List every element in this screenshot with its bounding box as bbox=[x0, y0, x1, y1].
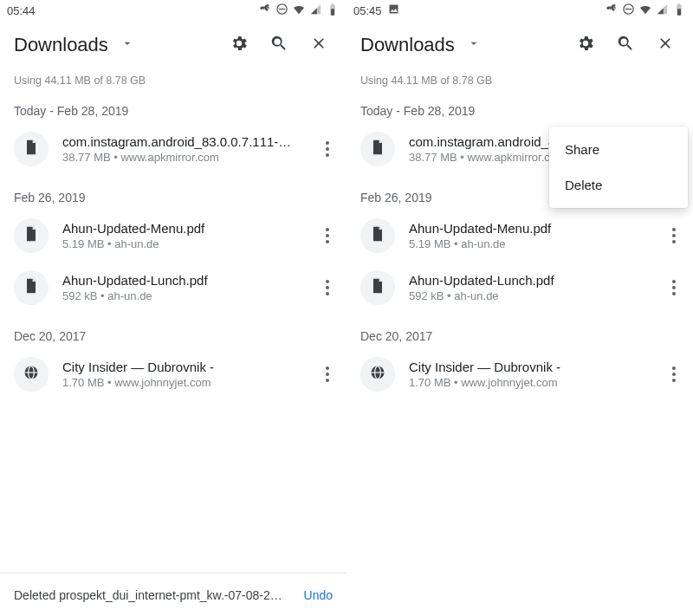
cell-signal-icon bbox=[309, 3, 322, 18]
page-title: Downloads bbox=[14, 34, 108, 56]
more-options-button[interactable] bbox=[657, 357, 691, 392]
file-meta: 1.70 MB • www.johnnyjet.com bbox=[62, 376, 296, 389]
search-icon bbox=[616, 34, 635, 56]
file-icon bbox=[23, 139, 40, 159]
more-options-button[interactable] bbox=[657, 218, 691, 253]
file-icon-wrap bbox=[14, 270, 49, 305]
date-section-header: Dec 20, 2017 bbox=[0, 314, 346, 348]
date-section-header: Dec 20, 2017 bbox=[346, 314, 693, 348]
file-row[interactable]: City Insider — Dubrovnik -1.70 MB • www.… bbox=[0, 348, 346, 400]
file-row[interactable]: Ahun-Updated-Menu.pdf5.19 MB • ah-un.de bbox=[346, 210, 693, 262]
more-options-button[interactable] bbox=[310, 357, 345, 392]
date-section-header: Feb 26, 2019 bbox=[0, 175, 346, 210]
more-vert-icon bbox=[672, 280, 676, 295]
more-options-button[interactable] bbox=[310, 218, 345, 253]
more-vert-icon bbox=[326, 141, 329, 157]
file-icon-wrap bbox=[360, 218, 395, 253]
close-button[interactable] bbox=[301, 28, 336, 62]
file-meta: 5.19 MB • ah-un.de bbox=[409, 237, 643, 250]
chevron-down-icon bbox=[467, 36, 481, 54]
screen-1: 05:44DownloadsUsing 44.11 MB of 8.78 GBT… bbox=[0, 0, 346, 616]
more-vert-icon bbox=[326, 366, 329, 382]
file-name: Ahun-Updated-Lunch.pdf bbox=[62, 273, 296, 288]
gear-icon bbox=[576, 34, 595, 56]
file-icon bbox=[369, 225, 386, 246]
settings-button[interactable] bbox=[568, 28, 603, 62]
file-meta: 1.70 MB • www.johnnyjet.com bbox=[409, 376, 643, 389]
file-meta: 38.77 MB • www.apkmirror.com bbox=[62, 151, 296, 164]
file-name: com.instagram.android_83.0.0.7.111-… bbox=[62, 134, 296, 149]
file-name: Ahun-Updated-Menu.pdf bbox=[62, 221, 296, 236]
image-notification-icon bbox=[387, 3, 400, 18]
file-icon-wrap bbox=[14, 218, 49, 253]
storage-usage: Using 44.11 MB of 8.78 GB bbox=[0, 69, 346, 88]
screen-2: 05:45DownloadsUsing 44.11 MB of 8.78 GBT… bbox=[346, 0, 693, 616]
file-icon-wrap bbox=[14, 357, 49, 392]
chevron-down-icon bbox=[120, 36, 134, 54]
file-icon-wrap bbox=[360, 132, 395, 166]
context-menu-item[interactable]: Share bbox=[549, 132, 688, 167]
vpn-key-icon bbox=[259, 3, 272, 18]
file-meta: 5.19 MB • ah-un.de bbox=[62, 237, 296, 250]
battery-icon bbox=[326, 3, 340, 19]
more-options-button[interactable] bbox=[657, 270, 691, 305]
cell-signal-icon bbox=[656, 3, 669, 18]
close-button[interactable] bbox=[648, 28, 683, 62]
globe-icon bbox=[23, 364, 40, 385]
file-name: City Insider — Dubrovnik - bbox=[62, 360, 296, 374]
toolbar: Downloads bbox=[0, 21, 346, 69]
title-dropdown[interactable]: Downloads bbox=[14, 34, 222, 56]
status-icons bbox=[606, 3, 686, 19]
status-time: 05:44 bbox=[7, 4, 36, 17]
file-name: Ahun-Updated-Menu.pdf bbox=[409, 221, 643, 236]
file-row[interactable]: Ahun-Updated-Lunch.pdf592 kB • ah-un.de bbox=[346, 262, 693, 314]
file-icon-wrap bbox=[360, 357, 395, 392]
status-icons bbox=[259, 3, 340, 19]
snackbar: Deleted prospekt_dui_internet-pmt_kw.-07… bbox=[0, 574, 346, 616]
close-icon bbox=[310, 35, 327, 55]
more-options-button[interactable] bbox=[310, 132, 345, 166]
status-bar: 05:44 bbox=[0, 0, 346, 21]
file-icon bbox=[23, 225, 40, 246]
file-name: City Insider — Dubrovnik - bbox=[409, 360, 643, 374]
toolbar: Downloads bbox=[346, 21, 693, 69]
status-bar: 05:45 bbox=[346, 0, 693, 21]
page-title: Downloads bbox=[360, 34, 455, 56]
wifi-icon bbox=[638, 3, 652, 19]
file-icon bbox=[369, 277, 386, 298]
vpn-key-icon bbox=[606, 3, 619, 18]
file-icon bbox=[369, 139, 386, 159]
wifi-icon bbox=[292, 3, 306, 19]
date-section-header: Today - Feb 28, 2019 bbox=[346, 88, 693, 123]
more-vert-icon bbox=[326, 280, 329, 295]
file-name: Ahun-Updated-Lunch.pdf bbox=[409, 273, 643, 288]
search-button[interactable] bbox=[262, 28, 296, 62]
file-meta: 592 kB • ah-un.de bbox=[62, 289, 296, 302]
do-not-disturb-icon bbox=[275, 3, 288, 18]
file-row[interactable]: Ahun-Updated-Menu.pdf5.19 MB • ah-un.de bbox=[0, 210, 346, 262]
more-vert-icon bbox=[672, 228, 676, 243]
file-meta: 592 kB • ah-un.de bbox=[409, 289, 643, 302]
battery-icon bbox=[672, 3, 686, 19]
file-row[interactable]: Ahun-Updated-Lunch.pdf592 kB • ah-un.de bbox=[0, 262, 346, 314]
file-icon-wrap bbox=[14, 132, 49, 166]
file-icon-wrap bbox=[360, 270, 395, 305]
gear-icon bbox=[230, 34, 249, 56]
date-section-header: Today - Feb 28, 2019 bbox=[0, 88, 346, 123]
file-row[interactable]: com.instagram.android_83.0.0.7.111-…38.7… bbox=[0, 123, 346, 175]
title-dropdown[interactable]: Downloads bbox=[360, 34, 568, 56]
context-menu-item[interactable]: Delete bbox=[549, 167, 688, 203]
more-options-button[interactable] bbox=[310, 270, 345, 305]
search-icon bbox=[269, 34, 288, 56]
close-icon bbox=[657, 35, 674, 55]
globe-icon bbox=[369, 364, 386, 385]
file-icon bbox=[23, 277, 40, 298]
more-vert-icon bbox=[326, 228, 329, 243]
search-button[interactable] bbox=[608, 28, 643, 62]
undo-button[interactable]: Undo bbox=[304, 588, 333, 602]
file-row[interactable]: City Insider — Dubrovnik -1.70 MB • www.… bbox=[346, 348, 693, 400]
context-menu: ShareDelete bbox=[549, 126, 688, 208]
snackbar-text: Deleted prospekt_dui_internet-pmt_kw.-07… bbox=[14, 588, 294, 602]
do-not-disturb-icon bbox=[622, 3, 635, 18]
settings-button[interactable] bbox=[222, 28, 256, 62]
